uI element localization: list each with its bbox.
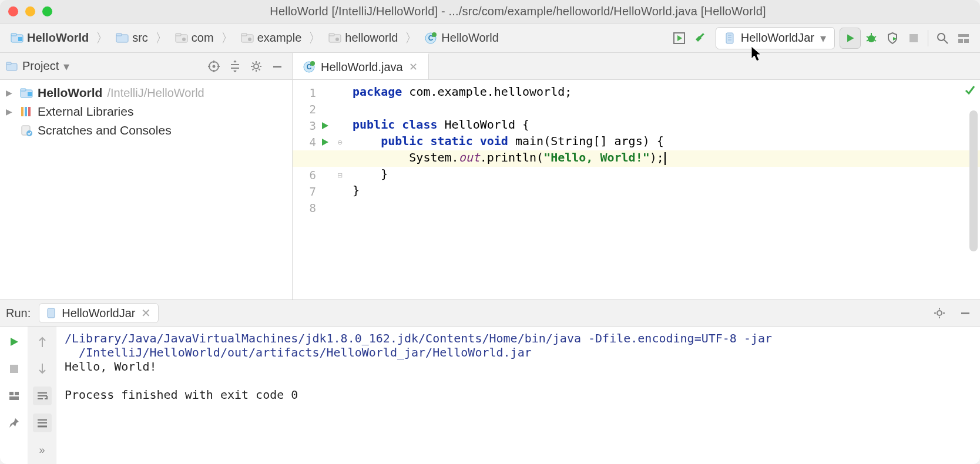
close-tab-icon[interactable]: ✕ bbox=[409, 60, 418, 73]
run-gutter-icon[interactable] bbox=[316, 138, 334, 146]
code-content[interactable]: package com.example.helloworld;public cl… bbox=[349, 80, 980, 300]
project-structure-button[interactable] bbox=[953, 28, 974, 49]
scroll-to-end-icon[interactable] bbox=[33, 413, 52, 432]
code-line[interactable]: System.out.println("Hello, World!"); bbox=[293, 150, 980, 167]
svg-point-33 bbox=[938, 33, 945, 41]
fold-start-icon[interactable]: ⊖ bbox=[334, 139, 345, 146]
pin-icon[interactable] bbox=[5, 413, 24, 432]
svg-rect-6 bbox=[176, 33, 181, 36]
editor-gutter[interactable]: 1234⊖56⊟78 bbox=[293, 80, 349, 300]
svg-point-7 bbox=[182, 38, 186, 41]
tree-item-scratches-and-consoles[interactable]: Scratches and Consoles bbox=[2, 121, 290, 140]
gutter-line[interactable]: 1 bbox=[293, 85, 349, 101]
code-line[interactable]: package com.example.helloworld; bbox=[353, 85, 974, 101]
ide-window: HelloWorld [/IntelliJ/HelloWorld] - .../… bbox=[0, 0, 980, 464]
stop-button[interactable] bbox=[903, 28, 924, 49]
run-panel-body: » /Library/Java/JavaVirtualMachines/jdk1… bbox=[0, 326, 980, 464]
libs-icon bbox=[20, 106, 33, 117]
close-icon[interactable]: ✕ bbox=[141, 306, 151, 320]
breadcrumb-item-example[interactable]: example bbox=[236, 29, 307, 47]
main-toolbar: HelloWorld〉src〉com〉example〉helloworld〉CH… bbox=[0, 23, 980, 53]
run-button[interactable] bbox=[840, 28, 861, 49]
stop-run-button[interactable] bbox=[5, 359, 24, 378]
console-output[interactable]: /Library/Java/JavaVirtualMachines/jdk1.8… bbox=[56, 327, 980, 464]
svg-line-34 bbox=[944, 40, 948, 43]
debug-button[interactable] bbox=[861, 28, 882, 49]
svg-point-25 bbox=[868, 35, 875, 42]
gutter-line[interactable]: 7 bbox=[293, 183, 349, 200]
code-editor[interactable]: 1234⊖56⊟78 package com.example.helloworl… bbox=[293, 80, 980, 300]
gutter-line[interactable]: 3 bbox=[293, 117, 349, 134]
code-line[interactable]: } bbox=[353, 183, 974, 200]
gutter-line[interactable]: 2 bbox=[293, 101, 349, 117]
chevron-down-icon: ▾ bbox=[820, 31, 826, 45]
hide-run-panel-icon[interactable] bbox=[956, 304, 974, 322]
breadcrumb-item-helloworld[interactable]: HelloWorld bbox=[6, 29, 93, 47]
class-icon: C bbox=[303, 61, 315, 73]
minimize-window-button[interactable] bbox=[25, 6, 35, 16]
window-controls bbox=[8, 6, 52, 16]
run-gutter-icon[interactable] bbox=[316, 122, 334, 130]
tree-item-helloworld[interactable]: ▶HelloWorld /IntelliJ/HelloWorld bbox=[2, 83, 290, 102]
run-left-toolbar bbox=[0, 327, 28, 464]
run-panel-tab[interactable]: HelloWorldJar ✕ bbox=[39, 303, 159, 323]
down-arrow-icon[interactable] bbox=[33, 359, 52, 378]
svg-rect-37 bbox=[964, 39, 969, 43]
build-icon[interactable] bbox=[690, 28, 711, 49]
project-icon bbox=[6, 61, 18, 72]
project-tree[interactable]: ▶HelloWorld /IntelliJ/HelloWorld▶Externa… bbox=[0, 80, 292, 143]
breadcrumb-item-com[interactable]: com bbox=[170, 29, 219, 47]
breadcrumb-item-helloworld[interactable]: CHelloWorld bbox=[420, 29, 503, 47]
tab-helloworld[interactable]: C HelloWorld.java ✕ bbox=[293, 53, 429, 79]
tree-label: External Libraries bbox=[38, 105, 133, 119]
settings-gear-icon[interactable] bbox=[247, 58, 265, 75]
scratch-icon bbox=[20, 125, 33, 136]
scrollbar-thumb[interactable] bbox=[969, 110, 978, 251]
expand-triangle-icon[interactable]: ▶ bbox=[6, 107, 15, 116]
tree-item-external-libraries[interactable]: ▶External Libraries bbox=[2, 102, 290, 121]
line-number: 4 bbox=[293, 136, 316, 149]
code-line[interactable]: } bbox=[353, 167, 974, 183]
code-line[interactable] bbox=[353, 101, 974, 117]
code-line[interactable] bbox=[353, 200, 974, 216]
close-window-button[interactable] bbox=[8, 6, 18, 16]
run-configuration-selector[interactable]: HelloWorldJar ▾ bbox=[716, 27, 835, 49]
expand-triangle-icon[interactable]: ▶ bbox=[6, 88, 15, 97]
more-icon[interactable]: » bbox=[33, 441, 52, 459]
analysis-ok-icon[interactable] bbox=[965, 85, 975, 95]
breadcrumb-label: example bbox=[257, 31, 302, 45]
breadcrumb-item-src[interactable]: src bbox=[111, 29, 153, 47]
code-line[interactable]: public static void main(String[] args) { bbox=[353, 134, 974, 150]
soft-wrap-icon[interactable] bbox=[33, 386, 52, 405]
project-tool-title[interactable]: Project ▾ bbox=[6, 59, 69, 73]
expand-all-icon[interactable] bbox=[226, 58, 244, 75]
editor-scrollbar[interactable] bbox=[968, 107, 979, 300]
gutter-line[interactable]: 4⊖ bbox=[293, 134, 349, 150]
breadcrumb-item-helloworld[interactable]: helloworld bbox=[324, 29, 402, 47]
breadcrumb-separator: 〉 bbox=[154, 29, 169, 47]
up-arrow-icon[interactable] bbox=[33, 332, 52, 351]
hide-panel-icon[interactable] bbox=[269, 58, 286, 75]
run-target-icon[interactable] bbox=[669, 28, 690, 49]
svg-point-72 bbox=[937, 311, 942, 315]
rerun-button[interactable] bbox=[5, 332, 24, 351]
fold-end-icon[interactable]: ⊟ bbox=[334, 172, 345, 179]
code-line[interactable]: public class HelloWorld { bbox=[353, 117, 974, 134]
tree-label: HelloWorld bbox=[38, 86, 102, 100]
breadcrumb-label: src bbox=[132, 31, 148, 45]
layout-icon[interactable] bbox=[5, 386, 24, 405]
coverage-button[interactable] bbox=[882, 28, 903, 49]
project-sidebar-header: Project ▾ bbox=[0, 53, 292, 80]
svg-rect-59 bbox=[21, 89, 26, 91]
gutter-line[interactable]: 6⊟ bbox=[293, 167, 349, 183]
svg-rect-19 bbox=[699, 33, 704, 38]
gutter-line[interactable]: 8 bbox=[293, 200, 349, 216]
search-everywhere-button[interactable] bbox=[932, 28, 953, 49]
line-number: 3 bbox=[293, 119, 316, 132]
run-settings-gear-icon[interactable] bbox=[931, 304, 948, 322]
maximize-window-button[interactable] bbox=[42, 6, 52, 16]
svg-point-10 bbox=[248, 38, 251, 41]
project-sidebar: Project ▾ ▶HelloWorld /IntelliJ/HelloWor… bbox=[0, 53, 293, 300]
locate-icon[interactable] bbox=[205, 58, 223, 75]
svg-rect-2 bbox=[18, 37, 22, 41]
